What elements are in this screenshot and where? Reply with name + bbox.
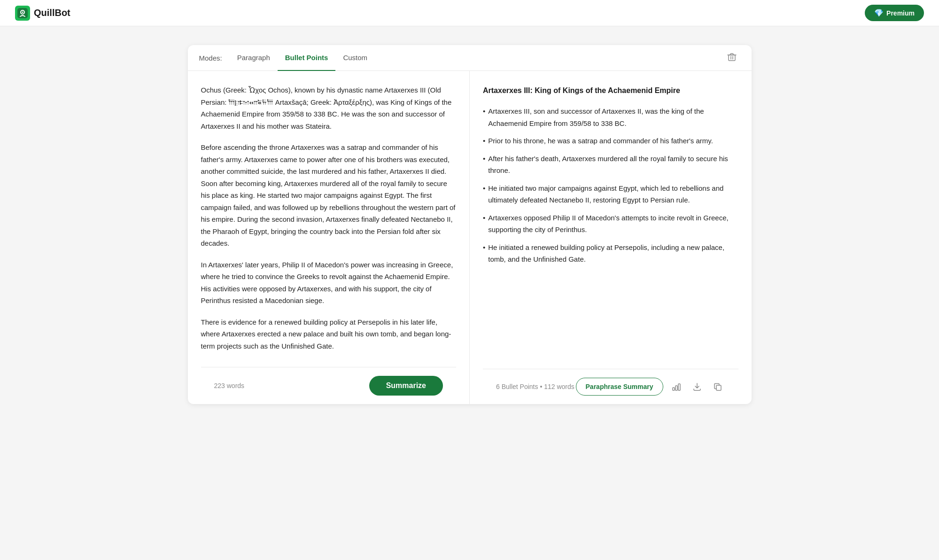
stats-text: 6 Bullet Points • 112 words	[496, 383, 574, 390]
left-footer: 223 words Summarize	[201, 367, 457, 404]
paragraph-1: Ochus (Greek: Ὦχος Ochos), known by his …	[201, 84, 457, 132]
bullet-item: •He initiated a renewed building policy …	[483, 241, 738, 265]
copy-icon-button[interactable]	[710, 379, 725, 394]
editor-area: Ochus (Greek: Ὦχος Ochos), known by his …	[188, 71, 752, 404]
bullet-text: Artaxerxes III, son and successor of Art…	[488, 105, 738, 129]
trash-button[interactable]	[723, 48, 740, 68]
bullet-dot: •	[483, 182, 485, 206]
page-content: Modes: Paragraph Bullet Points Custom Oc…	[0, 26, 939, 423]
paragraph-4: There is evidence for a renewed building…	[201, 316, 457, 352]
bullet-text: He initiated a renewed building policy a…	[488, 241, 738, 265]
bullet-item: •Artaxerxes opposed Philip II of Macedon…	[483, 212, 738, 236]
svg-rect-5	[675, 386, 677, 390]
summary-title: Artaxerxes III: King of Kings of the Ach…	[483, 84, 738, 97]
svg-rect-7	[716, 385, 721, 390]
bullet-item: •Prior to his throne, he was a satrap an…	[483, 135, 738, 147]
input-text[interactable]: Ochus (Greek: Ὦχος Ochos), known by his …	[201, 84, 457, 361]
right-footer-actions: Paraphrase Summary	[576, 378, 725, 396]
right-footer: 6 Bullet Points • 112 words Paraphrase S…	[483, 369, 738, 404]
svg-point-2	[22, 11, 23, 13]
bullet-text: Prior to his throne, he was a satrap and…	[488, 135, 713, 147]
bullet-text: Artaxerxes opposed Philip II of Macedon'…	[488, 212, 738, 236]
word-count: 223 words	[214, 382, 245, 389]
output-text: Artaxerxes III: King of Kings of the Ach…	[483, 84, 738, 363]
download-icon-button[interactable]	[690, 379, 705, 394]
logo-icon	[15, 6, 30, 21]
bullet-dot: •	[483, 153, 485, 177]
tab-paragraph[interactable]: Paragraph	[230, 45, 278, 71]
premium-button[interactable]: 💎 Premium	[865, 5, 924, 21]
left-pane: Ochus (Greek: Ὦχος Ochos), known by his …	[188, 71, 470, 404]
bullet-text: He initiated two major campaigns against…	[488, 182, 738, 206]
paraphrase-summary-button[interactable]: Paraphrase Summary	[576, 378, 663, 396]
right-pane: Artaxerxes III: King of Kings of the Ach…	[470, 71, 752, 404]
bullet-item: •After his father's death, Artaxerxes mu…	[483, 153, 738, 177]
logo-text: QuillBot	[34, 8, 70, 18]
svg-rect-3	[729, 55, 735, 61]
bullet-dot: •	[483, 135, 485, 147]
chart-icon-button[interactable]	[669, 379, 684, 394]
bullet-dot: •	[483, 212, 485, 236]
bullet-list: •Artaxerxes III, son and successor of Ar…	[483, 105, 738, 265]
bullet-item: •He initiated two major campaigns agains…	[483, 182, 738, 206]
bullet-dot: •	[483, 241, 485, 265]
bullet-text: After his father's death, Artaxerxes mur…	[488, 153, 738, 177]
main-card: Modes: Paragraph Bullet Points Custom Oc…	[188, 45, 752, 404]
paragraph-2: Before ascending the throne Artaxerxes w…	[201, 141, 457, 249]
bullet-dot: •	[483, 105, 485, 129]
logo: QuillBot	[15, 6, 70, 21]
tab-bullet-points[interactable]: Bullet Points	[278, 45, 336, 71]
tabs-bar: Modes: Paragraph Bullet Points Custom	[188, 45, 752, 71]
svg-rect-4	[673, 388, 675, 390]
svg-rect-0	[17, 8, 28, 18]
bullet-item: •Artaxerxes III, son and successor of Ar…	[483, 105, 738, 129]
navbar: QuillBot 💎 Premium	[0, 0, 939, 26]
modes-label: Modes:	[199, 54, 222, 62]
tab-custom[interactable]: Custom	[335, 45, 375, 71]
svg-rect-6	[678, 384, 680, 390]
paragraph-3: In Artaxerxes' later years, Philip II of…	[201, 259, 457, 307]
premium-label: Premium	[886, 9, 915, 17]
summarize-button[interactable]: Summarize	[369, 376, 443, 396]
gem-icon: 💎	[874, 8, 884, 17]
